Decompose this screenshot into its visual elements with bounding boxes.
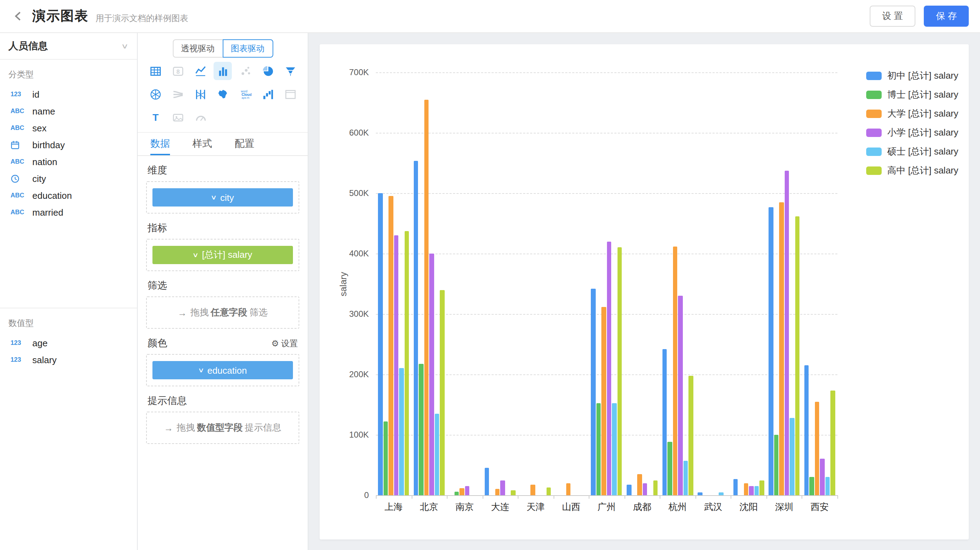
table-icon[interactable] — [146, 62, 164, 80]
bar[interactable] — [795, 216, 799, 495]
bar[interactable] — [378, 193, 383, 495]
bar[interactable] — [779, 202, 784, 495]
bar[interactable] — [591, 289, 596, 495]
bar[interactable] — [744, 483, 748, 495]
bar[interactable] — [689, 375, 693, 495]
color-settings-button[interactable]: ⚙ 设置 — [271, 337, 298, 350]
data-source-selector[interactable]: 人员信息 ∨ — [0, 33, 137, 60]
wordcloud-icon[interactable]: wordCloudapis th — [236, 85, 254, 103]
bar[interactable] — [440, 290, 445, 495]
bar[interactable] — [430, 254, 434, 495]
color-dropzone[interactable]: ∨ education — [146, 354, 299, 386]
chevron-down-icon[interactable]: ∨ — [197, 367, 204, 374]
filter-dropzone[interactable]: → 拖拽任意字段筛选 — [146, 296, 299, 329]
bar[interactable] — [511, 490, 515, 495]
dimension-pill-city[interactable]: ∨ city — [153, 188, 293, 207]
bar[interactable] — [815, 401, 819, 495]
bar[interactable] — [809, 477, 814, 495]
legend-item[interactable]: 小学 [总计] salary — [866, 126, 958, 139]
bar[interactable] — [637, 474, 642, 495]
bar[interactable] — [455, 492, 459, 495]
tab-data[interactable]: 数据 — [150, 133, 170, 155]
dimension-dropzone[interactable]: ∨ city — [146, 181, 299, 213]
bar[interactable] — [566, 483, 571, 495]
funnel-chart-icon[interactable] — [281, 62, 299, 80]
bar[interactable] — [804, 365, 808, 495]
bar[interactable] — [673, 246, 677, 495]
bar[interactable] — [612, 404, 617, 495]
line-chart-icon[interactable] — [191, 62, 209, 80]
bar[interactable] — [485, 468, 489, 495]
bar[interactable] — [460, 488, 465, 495]
field-item-education[interactable]: ABCeducation — [0, 187, 137, 204]
chevron-down-icon[interactable]: ∨ — [192, 251, 199, 259]
bar[interactable] — [389, 196, 393, 495]
field-item-salary[interactable]: 123salary — [0, 351, 137, 368]
bar[interactable] — [617, 248, 622, 495]
bar[interactable] — [662, 349, 667, 495]
bar[interactable] — [501, 480, 505, 495]
back-button[interactable] — [8, 6, 28, 26]
legend-item[interactable]: 初中 [总计] salary — [866, 70, 958, 82]
bar[interactable] — [820, 459, 824, 495]
field-item-sex[interactable]: ABCsex — [0, 119, 137, 136]
bar[interactable] — [394, 235, 399, 495]
field-item-city[interactable]: city — [0, 170, 137, 187]
bar[interactable] — [768, 207, 773, 495]
bar[interactable] — [683, 461, 688, 495]
bar[interactable] — [667, 442, 672, 495]
bar[interactable] — [754, 486, 759, 495]
field-item-nation[interactable]: ABCnation — [0, 153, 137, 170]
bar[interactable] — [607, 242, 611, 495]
bar[interactable] — [424, 99, 429, 495]
chevron-down-icon[interactable]: ∨ — [210, 194, 217, 201]
tab-style[interactable]: 样式 — [192, 133, 212, 155]
bar[interactable] — [531, 484, 535, 495]
tab-config[interactable]: 配置 — [235, 133, 254, 155]
bar[interactable] — [759, 480, 764, 495]
bar[interactable] — [602, 307, 606, 495]
field-item-name[interactable]: ABCname — [0, 103, 137, 119]
metric-pill-salary[interactable]: ∨ [总计] salary — [153, 246, 293, 264]
save-button[interactable]: 保 存 — [924, 6, 969, 27]
bar[interactable] — [627, 484, 631, 495]
bar[interactable] — [774, 435, 778, 495]
bar[interactable] — [719, 492, 723, 495]
bar[interactable] — [698, 492, 702, 495]
bar[interactable] — [383, 421, 388, 495]
settings-button[interactable]: 设 置 — [870, 6, 916, 27]
bar[interactable] — [790, 418, 794, 495]
tooltip-dropzone[interactable]: → 拖拽数值型字段提示信息 — [146, 412, 299, 444]
text-icon[interactable]: T — [146, 108, 164, 126]
bar[interactable] — [643, 483, 647, 495]
bar[interactable] — [495, 489, 500, 495]
bar[interactable] — [733, 479, 738, 495]
bar[interactable] — [830, 391, 835, 495]
field-item-married[interactable]: ABCmarried — [0, 204, 137, 221]
field-item-birthday[interactable]: birthday — [0, 136, 137, 153]
field-item-age[interactable]: 123age — [0, 334, 137, 351]
bar-chart-icon[interactable] — [213, 62, 232, 80]
mode-tab-pivot[interactable]: 透视驱动 — [172, 39, 223, 57]
map-icon[interactable] — [213, 85, 232, 103]
field-item-id[interactable]: 123id — [0, 86, 137, 103]
mode-tab-chart[interactable]: 图表驱动 — [222, 39, 273, 57]
radar-chart-icon[interactable] — [146, 85, 164, 103]
metric-dropzone[interactable]: ∨ [总计] salary — [146, 239, 299, 271]
color-pill-education[interactable]: ∨ education — [153, 361, 293, 379]
bar[interactable] — [653, 480, 657, 495]
pie-chart-icon[interactable] — [259, 62, 277, 80]
bar[interactable] — [678, 296, 682, 495]
bar[interactable] — [465, 486, 469, 495]
bar[interactable] — [419, 364, 423, 495]
bar[interactable] — [414, 161, 418, 495]
bar[interactable] — [547, 488, 551, 495]
legend-item[interactable]: 博士 [总计] salary — [866, 89, 958, 101]
bar[interactable] — [784, 171, 789, 495]
parallel-chart-icon[interactable] — [191, 85, 209, 103]
bar[interactable] — [825, 477, 830, 495]
legend-item[interactable]: 硕士 [总计] salary — [866, 145, 958, 158]
bar[interactable] — [399, 369, 404, 495]
bar[interactable] — [405, 231, 409, 495]
bar[interactable] — [435, 414, 439, 495]
